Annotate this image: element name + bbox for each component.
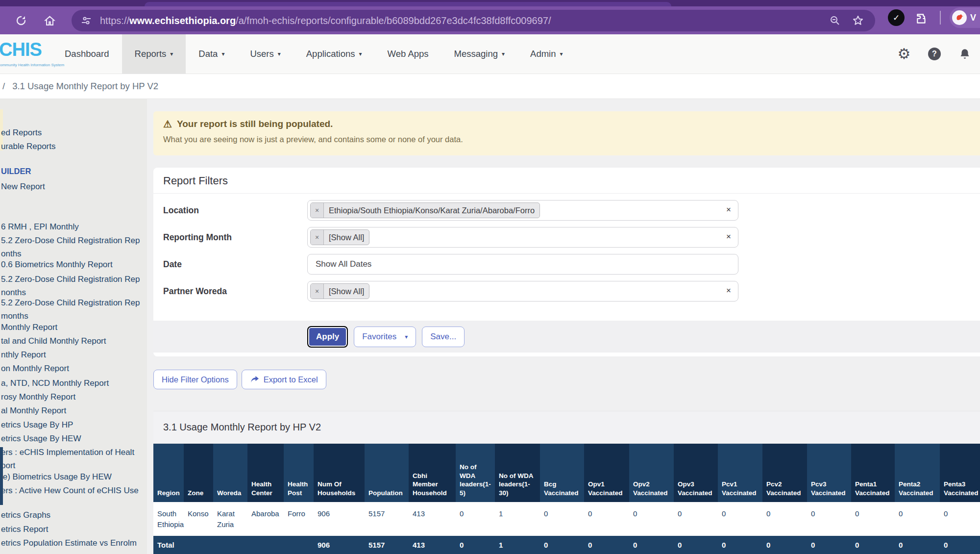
nav-item-reports[interactable]: Reports▾ (122, 34, 186, 74)
favorites-button[interactable]: Favorites▾ (354, 327, 416, 347)
sidebar-report-link[interactable]: a, NTD, NCD Monthly Report (1, 377, 147, 390)
sidebar-report-link[interactable]: al Monthly Report (1, 404, 147, 417)
echis-logo[interactable]: CHIS ommunity Health Information System (0, 34, 52, 74)
nav-item-messaging[interactable]: Messaging▾ (441, 34, 518, 74)
clear-field-icon[interactable]: × (726, 232, 731, 242)
total-cell (213, 535, 247, 554)
data-cell: 0 (807, 503, 851, 535)
nav-item-data[interactable]: Data▾ (186, 34, 237, 74)
sidebar-report-link[interactable]: etrics Population Estimate vs Enrolm (1, 536, 147, 550)
profile-name: V (970, 13, 976, 23)
sidebar-report-link[interactable]: le) Biometrics Usage By HEW (1, 470, 147, 483)
reports-sidebar: ed Reportsurable ReportsUILDERNew Report… (0, 99, 147, 554)
total-cell: 0 (674, 535, 718, 554)
total-cell (184, 535, 213, 554)
data-cell: 0 (851, 503, 895, 535)
column-header-bcg-vaccinated: Bcg Vaccinated (540, 444, 584, 503)
sidebar-report-link[interactable]: on Monthly Report (1, 362, 147, 375)
clear-field-icon[interactable]: × (726, 205, 731, 215)
report-table: RegionZoneWoredaHealth CenterHealth Post… (153, 444, 980, 554)
sidebar-report-link[interactable]: Monthly Report (1, 321, 147, 334)
column-header-opv3-vaccinated: Opv3 Vaccinated (674, 444, 718, 503)
filters-footer: Apply Favorites▾ Save... (153, 321, 980, 353)
chip-remove-icon[interactable]: × (311, 284, 324, 299)
chip-label: [Show All] (324, 230, 369, 245)
chip-label: Ethiopia/South Ethiopia/Konso/Karat Zuri… (324, 203, 539, 218)
sidebar-report-link[interactable]: rosy Monthly Report (1, 390, 147, 403)
chip-remove-icon[interactable]: × (311, 203, 324, 218)
reload-button[interactable] (12, 11, 30, 30)
total-cell: 0 (584, 535, 629, 554)
hide-filter-options-button[interactable]: Hide Filter Options (153, 370, 237, 389)
filter-input-reporting-month[interactable]: ×[Show All]× (307, 227, 738, 248)
settings-gear-icon[interactable]: ⚙ (897, 47, 911, 61)
sidebar-report-link[interactable]: etrics Graphs (1, 508, 147, 522)
selected-value-chip: ×[Show All] (310, 283, 369, 299)
column-header-population: Population (365, 444, 409, 503)
save-button[interactable]: Save... (422, 327, 465, 347)
report-table-card: 3.1 Usage Monthly Report by HP V2 Region… (153, 411, 980, 554)
sidebar-report-link[interactable]: etrics Usage By HP (1, 418, 147, 431)
data-cell: 0 (940, 503, 980, 535)
profile-button[interactable]: V (950, 7, 980, 28)
nav-item-web-apps[interactable]: Web Apps (375, 34, 441, 74)
total-cell: 0 (895, 535, 940, 554)
nav-item-dashboard[interactable]: Dashboard (52, 34, 122, 74)
sidebar-report-link[interactable]: 5.2 Zero-Dose Child Registration Rep non… (1, 273, 147, 299)
sidebar-report-link[interactable]: 6 RMH , EPI Monthly (1, 220, 147, 233)
column-header-opv1-vaccinated: Opv1 Vaccinated (584, 444, 629, 503)
table-actions: Hide Filter Options Export to Excel (153, 370, 980, 389)
nav-item-admin[interactable]: Admin▾ (517, 34, 575, 74)
filter-input-location[interactable]: ×Ethiopia/South Ethiopia/Konso/Karat Zur… (307, 200, 738, 221)
sidebar-report-link[interactable]: 5.2 Zero-Dose Child Registration Rep ont… (1, 234, 147, 260)
sidebar-report-link[interactable]: ers : Active Hew Count of eCHIS Use (1, 484, 147, 497)
filter-input-date[interactable]: Show All Dates (307, 254, 738, 275)
sidebar-report-link[interactable]: ed Reports (1, 126, 147, 139)
data-cell: 0 (629, 503, 674, 535)
filter-label: Partner Woreda (163, 286, 307, 297)
chevron-down-icon: ▾ (560, 50, 563, 57)
sidebar-report-link[interactable]: nthly Report (1, 348, 147, 361)
site-info-icon[interactable] (80, 15, 92, 26)
banner-title: Your report is still being populated. (177, 119, 333, 129)
sidebar-report-link[interactable]: etrics Report (1, 523, 147, 536)
filter-input-partner-woreda[interactable]: ×[Show All]× (307, 281, 738, 302)
column-header-region: Region (153, 444, 184, 503)
url-bar[interactable]: https://www.echisethiopia.org/a/fmoh-ech… (72, 10, 875, 31)
selected-value-chip: ×Ethiopia/South Ethiopia/Konso/Karat Zur… (310, 202, 540, 218)
clear-field-icon[interactable]: × (726, 286, 731, 296)
extension-icon[interactable]: ✓ (888, 9, 905, 26)
export-arrow-icon (250, 376, 259, 384)
sidebar-report-link[interactable]: 0.6 Biometrics Monthly Report (1, 258, 147, 271)
extensions-puzzle-icon[interactable] (912, 9, 931, 28)
total-row: Total9065157413010000000000 (153, 535, 980, 554)
sidebar-report-link[interactable]: 5.2 Zero-Dose Child Registration Rep mon… (1, 296, 147, 323)
apply-button[interactable]: Apply (307, 326, 348, 348)
help-icon[interactable]: ? (927, 47, 942, 61)
total-cell: 1 (495, 535, 540, 554)
active-tab[interactable] (145, 2, 671, 6)
column-header-no-of-wda-leaders-1-30: No of WDA leaders(1-30) (495, 444, 540, 503)
total-cell: 0 (807, 535, 851, 554)
sidebar-report-link[interactable]: New Report (1, 180, 147, 193)
sidebar-report-link[interactable]: etrics Usage By HEW (1, 432, 147, 445)
bookmark-star-icon[interactable] (852, 14, 864, 27)
column-header-pcv2-vaccinated: Pcv2 Vaccinated (762, 444, 807, 503)
sidebar-report-link[interactable]: tal and Child Monthly Report (1, 334, 147, 348)
nav-item-applications[interactable]: Applications▾ (294, 34, 375, 74)
sidebar-report-link[interactable]: ers : eCHIS Implementation of Healt port (1, 446, 147, 472)
data-cell: 0 (674, 503, 718, 535)
total-cell: 5157 (365, 535, 409, 554)
sidebar-report-link[interactable]: urable Reports (1, 140, 147, 153)
chip-remove-icon[interactable]: × (311, 230, 324, 245)
chevron-down-icon: ▾ (170, 50, 173, 57)
notifications-bell-icon[interactable] (957, 47, 972, 61)
export-to-excel-button[interactable]: Export to Excel (242, 370, 326, 389)
zoom-icon[interactable] (829, 15, 841, 26)
data-cell: 0 (456, 503, 495, 535)
data-cell: Forro (284, 503, 314, 535)
avatar (952, 10, 967, 25)
nav-item-users[interactable]: Users▾ (237, 34, 293, 74)
home-button[interactable] (40, 11, 59, 30)
column-header-health-center: Health Center (247, 444, 284, 503)
